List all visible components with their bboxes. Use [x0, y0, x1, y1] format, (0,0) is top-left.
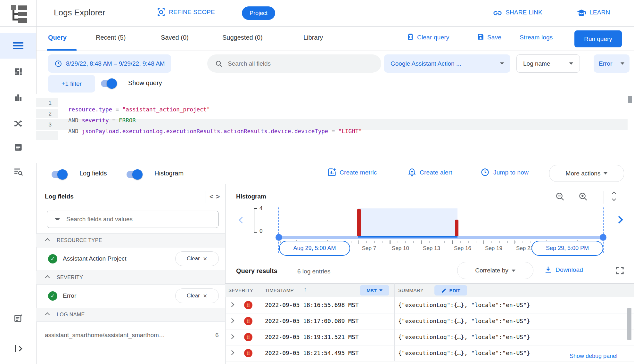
logs-storage-icon[interactable] — [0, 166, 36, 177]
query-fields-icon[interactable]: < > — [210, 193, 220, 200]
slider-handle-start[interactable] — [276, 234, 282, 241]
tab-saved[interactable]: Saved (0) — [161, 34, 189, 41]
stream-logs-button[interactable]: Stream logs — [520, 34, 553, 41]
expand-row-icon[interactable] — [229, 302, 235, 307]
app-logo — [9, 4, 27, 22]
log-fields-search[interactable] — [47, 211, 218, 228]
expand-collapse-icon[interactable] — [613, 191, 615, 200]
log-name-value[interactable]: assistant_smarthome/assistant_smarthom… — [45, 332, 165, 339]
refine-scope-button[interactable]: REFINE SCOPE — [169, 9, 215, 16]
expand-row-icon[interactable] — [229, 334, 235, 339]
log-fields-toggle-label: Log fields — [79, 170, 107, 177]
download-button[interactable]: Download — [556, 266, 583, 273]
range-start-pill[interactable]: Aug 29, 5:00 AM — [279, 241, 350, 256]
release-notes-icon[interactable] — [0, 313, 36, 323]
expand-row-icon[interactable] — [229, 318, 235, 323]
section-resource-type[interactable]: RESOURCE TYPE — [36, 233, 225, 247]
logs-explorer-icon[interactable] — [0, 41, 36, 51]
row-timestamp[interactable]: 2022-09-05 18:17:00.089 MST — [265, 318, 359, 324]
clear-query-button[interactable]: Clear query — [417, 34, 449, 41]
create-metric-icon — [327, 168, 336, 177]
jump-to-now-icon — [481, 168, 490, 177]
search-all-fields-input[interactable] — [228, 60, 366, 67]
log-fields-toggle[interactable] — [52, 171, 66, 178]
show-query-toggle[interactable] — [101, 80, 116, 87]
row-summary[interactable]: {"executionLog":{…}, "locale":"en-US"} — [398, 334, 530, 340]
col-severity[interactable]: SEVERITY — [228, 287, 253, 293]
fullscreen-icon[interactable] — [615, 266, 625, 275]
project-scope-badge[interactable]: Project — [242, 6, 275, 20]
learn-icon — [577, 8, 586, 18]
log-fields-search-input[interactable] — [66, 216, 201, 223]
slider-handle-end[interactable] — [600, 234, 606, 241]
tab-recent[interactable]: Recent (5) — [96, 34, 126, 41]
tab-query[interactable]: Query — [48, 34, 67, 41]
log-name-filter-chip[interactable]: Log name — [516, 54, 580, 73]
pencil-icon — [441, 288, 447, 293]
row-summary[interactable]: {"executionLog":{…}, "locale":"en-US"} — [398, 350, 530, 356]
tab-suggested[interactable]: Suggested (0) — [222, 34, 263, 41]
time-range-chip[interactable]: 8/29/22, 8:48 AM – 9/29/22, 9:48 AM — [48, 54, 171, 73]
share-link-button[interactable]: SHARE LINK — [506, 9, 542, 16]
correlate-by-button[interactable]: Correlate by — [457, 262, 533, 279]
log-based-metrics-icon[interactable] — [0, 142, 36, 152]
query-line-3[interactable]: AND jsonPayload.executionLog.executionRe… — [62, 122, 362, 134]
log-analytics-icon[interactable] — [0, 67, 36, 77]
zoom-out-icon[interactable] — [555, 191, 565, 202]
more-filters-chip[interactable]: +1 filter — [48, 75, 95, 93]
chevron-down-icon — [569, 62, 573, 65]
clear-severity-button[interactable]: Clear ✕ — [175, 288, 219, 303]
tab-library[interactable]: Library — [303, 34, 323, 41]
histogram-prev-icon[interactable] — [239, 217, 245, 223]
col-timestamp[interactable]: TIMESTAMP — [265, 287, 294, 293]
log-entries-count: 6 log entries — [297, 268, 331, 275]
learn-button[interactable]: LEARN — [589, 9, 610, 16]
row-timestamp[interactable]: 2022-09-05 18:19:31.521 MST — [265, 334, 359, 340]
save-button[interactable]: Save — [487, 34, 501, 41]
row-summary[interactable]: {"executionLog":{…}, "locale":"en-US"} — [398, 318, 530, 324]
expand-panel-icon[interactable] — [0, 345, 36, 352]
timezone-selector[interactable]: MST — [360, 285, 389, 295]
create-metric-button[interactable]: Create metric — [340, 169, 377, 176]
show-debug-panel-link[interactable]: Show debug panel — [570, 353, 617, 360]
severity-filter-chip[interactable]: Error — [594, 54, 630, 73]
histogram-toggle[interactable] — [127, 171, 141, 178]
run-query-button[interactable]: Run query — [574, 30, 622, 47]
row-summary[interactable]: {"executionLog":{…}, "locale":"en-US"} — [398, 302, 530, 308]
histogram-bar-sep5[interactable] — [357, 209, 361, 236]
clear-resource-type-button[interactable]: Clear ✕ — [175, 251, 219, 266]
histogram-bar-sep15[interactable] — [455, 220, 458, 236]
y-axis-max: 4 — [259, 205, 262, 212]
range-end-pill[interactable]: Sep 29, 5:00 PM — [531, 241, 603, 256]
jump-to-now-button[interactable]: Jump to now — [493, 169, 529, 176]
chevron-down-icon — [512, 270, 515, 272]
error-severity-icon: !! — [244, 317, 252, 325]
expand-row-icon[interactable] — [229, 350, 235, 355]
download-icon — [544, 265, 553, 274]
range-boundary-right — [603, 207, 604, 253]
error-severity-icon: !! — [244, 349, 252, 357]
create-alert-icon — [408, 168, 416, 177]
sort-ascending-icon[interactable]: ↑ — [304, 286, 307, 293]
edit-summary-button[interactable]: EDIT — [434, 285, 467, 295]
search-all-fields[interactable] — [207, 54, 381, 73]
log-router-icon[interactable] — [0, 118, 36, 129]
row-timestamp[interactable]: 2022-09-05 18:16:55.698 MST — [265, 302, 359, 308]
search-icon — [215, 60, 223, 68]
logs-dashboard-icon[interactable] — [0, 93, 36, 102]
col-summary[interactable]: SUMMARY — [398, 287, 424, 293]
zoom-in-icon[interactable] — [578, 191, 588, 202]
chevron-down-icon — [500, 62, 504, 65]
row-timestamp[interactable]: 2022-09-05 18:21:54.495 MST — [265, 350, 359, 356]
editor-scrollbar[interactable] — [628, 96, 632, 103]
histogram-next-icon[interactable] — [615, 216, 623, 223]
save-icon — [476, 33, 485, 41]
section-severity[interactable]: SEVERITY — [36, 271, 225, 285]
y-axis-min: 0 — [259, 228, 262, 234]
more-actions-button[interactable]: More actions — [549, 165, 624, 182]
resource-filter-chip[interactable]: Google Assistant Action ... — [384, 54, 510, 73]
results-scrollbar[interactable] — [627, 308, 631, 340]
histogram-selection[interactable] — [358, 208, 457, 236]
section-log-name[interactable]: LOG NAME — [36, 308, 225, 322]
create-alert-button[interactable]: Create alert — [420, 169, 452, 176]
